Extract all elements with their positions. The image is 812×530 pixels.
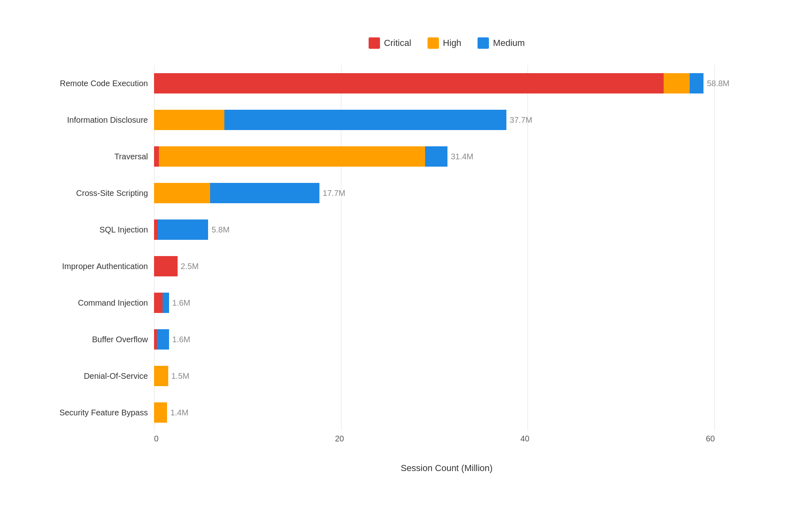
bar-track: 1.6M [154, 329, 715, 350]
bar-label: Remote Code Execution [50, 79, 148, 88]
bar-track: 2.5M [154, 256, 715, 276]
bar-segment-medium [158, 219, 208, 240]
bar-track: 37.7M [154, 110, 715, 130]
bar-track: 31.4M [154, 146, 715, 167]
bar-row: Information Disclosure37.7M [154, 106, 715, 134]
bar-row: Denial-Of-Service1.5M [154, 362, 715, 390]
bar-track: 5.8M [154, 219, 715, 240]
legend-item-high: High [428, 37, 461, 49]
x-axis-label: Session Count (Million) [401, 463, 493, 474]
x-tick-0: 0 [154, 434, 158, 443]
legend-item-critical: Critical [369, 37, 411, 49]
chart-container: CriticalHighMedium Remote Code Execution… [40, 21, 772, 509]
bar-segment-critical [154, 146, 159, 167]
bar-row: Remote Code Execution58.8M [154, 69, 715, 98]
bar-value-label: 1.6M [172, 298, 190, 308]
bar-value-label: 37.7M [510, 115, 532, 125]
x-tick-1: 20 [335, 434, 344, 443]
x-tick-2: 40 [520, 434, 529, 443]
bar-row: Buffer Overflow1.6M [154, 325, 715, 354]
legend-label-high: High [443, 38, 461, 48]
bar-label: SQL Injection [50, 225, 148, 235]
legend-swatch-critical [369, 37, 380, 49]
bar-track: 1.5M [154, 366, 715, 386]
bar-segment-high [154, 366, 168, 386]
legend-item-medium: Medium [478, 37, 525, 49]
x-tick-3: 60 [706, 434, 715, 443]
bar-track: 58.8M [154, 73, 715, 93]
bar-segment-critical [154, 256, 178, 276]
bar-row: SQL Injection5.8M [154, 215, 715, 244]
bar-value-label: 58.8M [707, 79, 729, 88]
bar-segment-medium [157, 329, 169, 350]
bar-row: Improper Authentication2.5M [154, 252, 715, 280]
bar-value-label: 1.6M [172, 335, 190, 344]
bar-segment-medium [224, 110, 507, 130]
bar-segment-high [154, 110, 224, 130]
bar-segment-critical [154, 73, 664, 93]
bar-row: Cross-Site Scripting17.7M [154, 179, 715, 207]
bar-label: Security Feature Bypass [50, 408, 148, 417]
bar-segment-high [159, 146, 426, 167]
bar-label: Command Injection [50, 298, 148, 308]
bar-segment-medium [163, 293, 169, 313]
bar-row: Security Feature Bypass1.4M [154, 398, 715, 427]
bar-segment-high [154, 402, 167, 423]
legend-swatch-medium [478, 37, 489, 49]
bar-track: 17.7M [154, 183, 715, 203]
bar-label: Buffer Overflow [50, 335, 148, 344]
bar-label: Traversal [50, 152, 148, 161]
bar-track: 1.4M [154, 402, 715, 423]
bar-row: Traversal31.4M [154, 142, 715, 171]
bar-label: Cross-Site Scripting [50, 189, 148, 198]
bar-track: 1.6M [154, 293, 715, 313]
chart-legend: CriticalHighMedium [154, 37, 739, 49]
legend-swatch-high [428, 37, 439, 49]
bar-value-label: 31.4M [451, 152, 473, 161]
bar-value-label: 2.5M [181, 262, 199, 271]
bar-value-label: 1.4M [170, 408, 188, 417]
bar-segment-medium [690, 73, 704, 93]
x-axis: 0204060 [154, 431, 715, 451]
bar-label: Improper Authentication [50, 262, 148, 271]
bar-label: Information Disclosure [50, 115, 148, 125]
legend-label-medium: Medium [493, 38, 525, 48]
chart-area: Remote Code Execution58.8MInformation Di… [154, 65, 739, 451]
bar-value-label: 17.7M [323, 189, 345, 198]
bars-container: Remote Code Execution58.8MInformation Di… [154, 65, 715, 431]
bar-segment-critical [154, 293, 163, 313]
bar-segment-high [664, 73, 690, 93]
bar-value-label: 5.8M [211, 225, 229, 235]
bar-segment-critical [154, 329, 157, 350]
bar-segment-medium [210, 183, 319, 203]
legend-label-critical: Critical [384, 38, 411, 48]
bar-row: Command Injection1.6M [154, 289, 715, 317]
bar-value-label: 1.5M [172, 371, 189, 381]
bar-segment-high [154, 183, 210, 203]
bar-segment-medium [425, 146, 447, 167]
bar-label: Denial-Of-Service [50, 371, 148, 381]
bar-segment-critical [154, 219, 158, 240]
